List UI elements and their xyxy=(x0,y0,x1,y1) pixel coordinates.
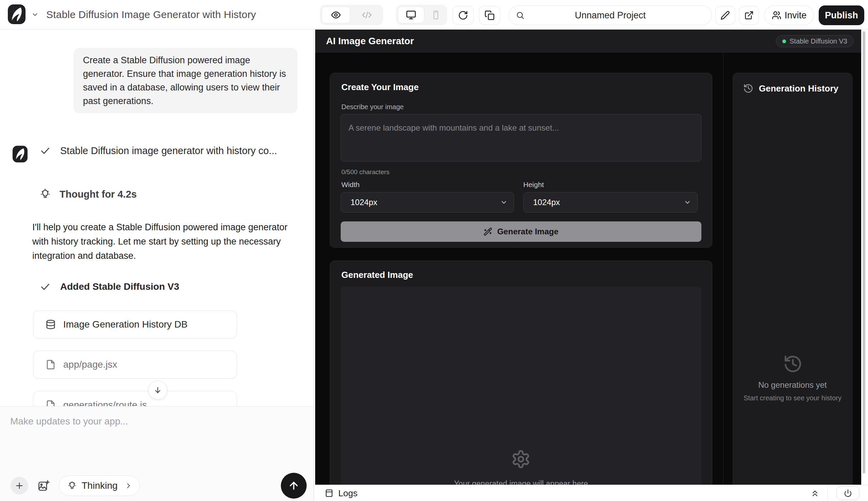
project-name: Unnamed Project xyxy=(509,10,712,21)
app-title: AI Image Generator xyxy=(326,36,414,46)
pencil-icon xyxy=(720,11,730,20)
artifact-card-database[interactable]: Image Generation History DB xyxy=(33,310,237,339)
arrow-up-icon xyxy=(288,480,300,491)
chat-message-input[interactable] xyxy=(10,416,296,467)
refresh-icon xyxy=(458,10,468,20)
gear-icon xyxy=(511,449,531,469)
thinking-mode-selector[interactable]: Thinking xyxy=(59,476,140,496)
file-icon xyxy=(45,400,56,406)
invite-label: Invite xyxy=(785,10,807,21)
describe-label: Describe your image xyxy=(341,103,404,111)
artifact-label: app/page.jsx xyxy=(63,359,117,370)
task-title-row[interactable]: Stable Diffusion image generator with hi… xyxy=(40,145,277,157)
user-message-bubble: Create a Stable Diffusion powered image … xyxy=(74,48,297,113)
generated-card-title: Generated Image xyxy=(341,270,413,280)
preview-app-header: AI Image Generator Stable Diffusion V3 xyxy=(315,30,861,53)
preview-scrollbar-thumb[interactable] xyxy=(862,31,865,473)
chevron-down-icon xyxy=(500,199,508,206)
invite-button[interactable]: Invite xyxy=(764,6,814,25)
history-empty-subtitle: Start creating to see your history xyxy=(733,394,852,402)
view-mode-segment xyxy=(320,5,383,25)
thought-row[interactable]: Thought for 4.2s xyxy=(40,188,137,200)
plus-icon xyxy=(15,481,24,490)
panel-divider[interactable] xyxy=(314,30,314,501)
generate-label: Generate Image xyxy=(497,227,558,236)
added-integration-row: Added Stable Diffusion V3 xyxy=(40,280,179,293)
project-menu-chevron-icon[interactable] xyxy=(31,11,39,18)
create-card-title: Create Your Image xyxy=(341,82,419,93)
power-button[interactable] xyxy=(836,486,859,500)
history-header: Generation History xyxy=(743,83,838,94)
logo-swoosh-icon xyxy=(8,4,25,24)
column-divider xyxy=(723,53,724,485)
artifact-card-file[interactable]: app/page.jsx xyxy=(33,351,237,379)
thinking-label: Thinking xyxy=(82,480,118,491)
external-link-icon xyxy=(744,11,754,20)
generate-image-button[interactable]: Generate Image xyxy=(341,221,702,242)
check-icon xyxy=(40,281,51,292)
project-url-bar[interactable]: Unnamed Project xyxy=(509,6,712,25)
open-external-button[interactable] xyxy=(739,6,759,25)
top-toolbar: Stable Diffusion Image Generator with Hi… xyxy=(0,0,868,30)
arrow-down-icon xyxy=(153,386,162,395)
preview-scrollbar-track[interactable] xyxy=(861,30,868,485)
width-value: 1024px xyxy=(350,198,377,207)
generated-empty-text: Your generated image will appear here xyxy=(341,479,702,485)
history-icon xyxy=(783,354,803,374)
copy-button[interactable] xyxy=(479,6,500,25)
width-label: Width xyxy=(341,181,360,189)
generation-history-panel: Generation History No generations yet St… xyxy=(733,73,853,485)
height-label: Height xyxy=(523,181,544,189)
power-icon xyxy=(844,489,852,497)
logs-panel-icon xyxy=(325,489,334,498)
chat-panel: Create a Stable Diffusion powered image … xyxy=(0,30,314,406)
width-select[interactable]: 1024px xyxy=(341,192,514,213)
scroll-to-bottom-button[interactable] xyxy=(148,381,167,399)
expand-logs-button[interactable] xyxy=(808,488,822,498)
chat-input-area: Thinking xyxy=(0,406,314,501)
code-icon xyxy=(362,10,372,20)
check-icon xyxy=(40,145,51,156)
mobile-view-button[interactable] xyxy=(424,10,447,20)
lightbulb-icon xyxy=(67,481,77,490)
height-select[interactable]: 1024px xyxy=(523,192,698,213)
users-icon xyxy=(772,11,781,20)
logs-bar[interactable]: Logs xyxy=(315,485,868,501)
add-attachment-button[interactable] xyxy=(11,477,28,494)
logs-divider xyxy=(827,487,827,499)
database-icon xyxy=(45,319,56,330)
generated-image-placeholder: Your generated image will appear here xyxy=(341,287,702,485)
create-image-card: Create Your Image Describe your image 0/… xyxy=(330,73,712,248)
history-empty-title: No generations yet xyxy=(733,380,852,390)
chat-title: Stable Diffusion Image Generator with Hi… xyxy=(46,0,256,29)
add-image-button[interactable] xyxy=(35,477,52,494)
smartphone-icon xyxy=(431,10,441,20)
preview-mode-button[interactable] xyxy=(322,7,350,23)
assistant-avatar xyxy=(13,145,28,163)
generated-image-card: Generated Image Your generated image wil… xyxy=(330,260,712,485)
file-icon xyxy=(45,360,56,370)
preview-app-body: Create Your Image Describe your image 0/… xyxy=(315,53,861,485)
rename-button[interactable] xyxy=(715,6,735,25)
model-badge-label: Stable Diffusion V3 xyxy=(790,38,847,45)
assistant-paragraph: I'll help you create a Stable Diffusion … xyxy=(32,220,304,263)
history-title: Generation History xyxy=(759,83,838,94)
added-integration-label: Added Stable Diffusion V3 xyxy=(60,281,179,292)
artifact-card-file[interactable]: generations/route.js xyxy=(33,391,237,406)
device-segment xyxy=(396,5,447,25)
refresh-button[interactable] xyxy=(453,6,474,25)
artifact-label: Image Generation History DB xyxy=(63,319,188,330)
lightbulb-icon xyxy=(40,189,51,200)
desktop-view-button[interactable] xyxy=(398,7,424,23)
chevrons-up-icon xyxy=(810,488,820,498)
model-status-badge: Stable Diffusion V3 xyxy=(776,35,854,47)
character-counter: 0/500 characters xyxy=(341,168,390,176)
logs-label: Logs xyxy=(338,488,357,499)
app-logo[interactable] xyxy=(8,4,25,24)
code-mode-button[interactable] xyxy=(350,10,383,20)
status-dot-icon xyxy=(782,40,786,43)
prompt-input[interactable] xyxy=(341,114,702,162)
publish-button[interactable]: Publish xyxy=(819,6,864,25)
logs-toggle[interactable]: Logs xyxy=(325,485,357,501)
send-message-button[interactable] xyxy=(281,473,307,499)
